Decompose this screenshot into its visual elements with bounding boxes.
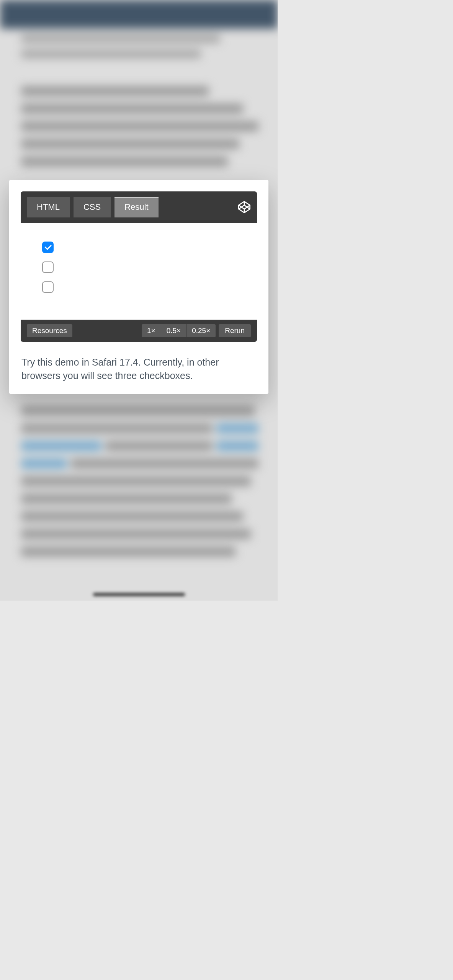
codepen-tab-bar: HTML CSS Result [21, 191, 257, 223]
zoom-025x-button[interactable]: 0.25× [186, 324, 216, 337]
result-pane [21, 223, 257, 320]
checkbox-1[interactable] [42, 242, 54, 253]
codepen-bottom-bar: Resources 1× 0.5× 0.25× Rerun [21, 320, 257, 342]
zoom-05x-button[interactable]: 0.5× [161, 324, 186, 337]
checkbox-2[interactable] [42, 261, 54, 273]
rerun-button[interactable]: Rerun [219, 324, 251, 337]
resources-button[interactable]: Resources [27, 324, 72, 337]
codepen-logo-icon[interactable] [238, 201, 251, 214]
demo-caption: Try this demo in Safari 17.4. Currently,… [21, 356, 257, 382]
zoom-controls: 1× 0.5× 0.25× [142, 324, 216, 337]
codepen-embed: HTML CSS Result Resources [21, 191, 257, 342]
demo-modal: HTML CSS Result Resources [9, 180, 268, 394]
tab-html[interactable]: HTML [27, 197, 70, 217]
tab-css[interactable]: CSS [74, 197, 111, 217]
zoom-1x-button[interactable]: 1× [142, 324, 161, 337]
checkbox-3[interactable] [42, 281, 54, 293]
tab-result[interactable]: Result [114, 197, 158, 217]
home-indicator [93, 593, 185, 596]
